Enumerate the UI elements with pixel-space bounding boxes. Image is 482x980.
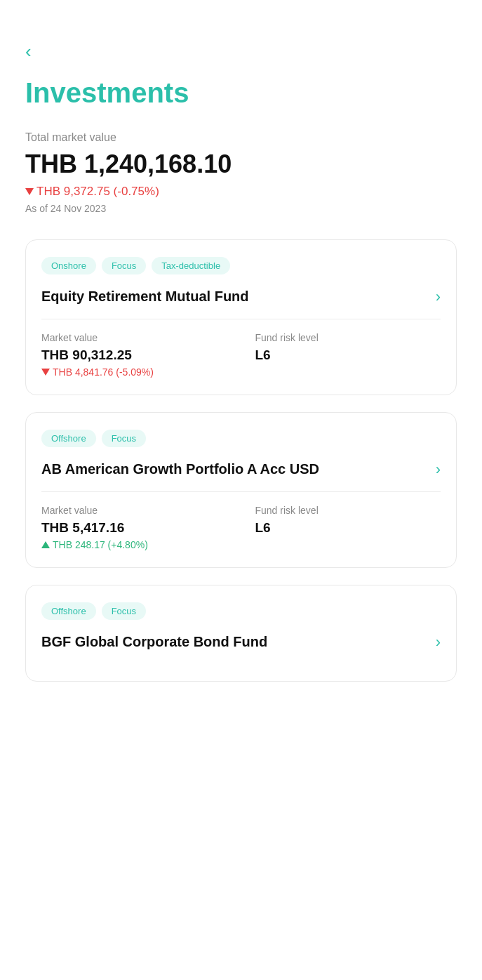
fund-name-3: BGF Global Corporate Bond Fund bbox=[41, 633, 427, 651]
fund-details-1: Market value THB 90,312.25 THB 4,841.76 … bbox=[41, 332, 441, 378]
market-value-1: THB 90,312.25 bbox=[41, 347, 227, 363]
tags-row-3: Offshore Focus bbox=[41, 602, 441, 620]
risk-col-1: Fund risk level L6 bbox=[255, 332, 441, 378]
risk-label-1: Fund risk level bbox=[255, 332, 441, 343]
market-value-label-2: Market value bbox=[41, 505, 227, 516]
fund-name-row-1: Equity Retirement Mutual Fund › bbox=[41, 287, 441, 306]
risk-col-2: Fund risk level L6 bbox=[255, 505, 441, 550]
chevron-right-icon-2: › bbox=[436, 461, 441, 479]
total-market-label: Total market value bbox=[25, 131, 457, 144]
tag-focus-2: Focus bbox=[102, 430, 146, 447]
tag-focus: Focus bbox=[102, 257, 146, 274]
back-button[interactable]: ‹ bbox=[25, 42, 32, 60]
change-1: THB 4,841.76 (-5.09%) bbox=[41, 366, 227, 378]
page-title: Investments bbox=[25, 77, 457, 109]
page-container: ‹ Investments Total market value THB 1,2… bbox=[0, 0, 482, 727]
tags-row-2: Offshore Focus bbox=[41, 430, 441, 447]
tag-offshore-2: Offshore bbox=[41, 430, 96, 447]
market-value-2: THB 5,417.16 bbox=[41, 520, 227, 536]
back-chevron-icon: ‹ bbox=[25, 42, 32, 60]
fund-details-2: Market value THB 5,417.16 THB 248.17 (+4… bbox=[41, 505, 441, 550]
fund-name-2: AB American Growth Portfolio A Acc USD bbox=[41, 460, 427, 479]
fund-card-1[interactable]: Onshore Focus Tax-deductible Equity Reti… bbox=[25, 239, 457, 395]
tag-onshore: Onshore bbox=[41, 257, 96, 274]
market-value-col-1: Market value THB 90,312.25 THB 4,841.76 … bbox=[41, 332, 227, 378]
change-text-1: THB 4,841.76 (-5.09%) bbox=[53, 366, 154, 378]
fund-card-2[interactable]: Offshore Focus AB American Growth Portfo… bbox=[25, 412, 457, 568]
fund-name-row-3: BGF Global Corporate Bond Fund › bbox=[41, 633, 441, 651]
chevron-right-icon-3: › bbox=[436, 633, 441, 651]
change-text-2: THB 248.17 (+4.80%) bbox=[53, 539, 148, 550]
risk-value-1: L6 bbox=[255, 347, 441, 363]
fund-name-1: Equity Retirement Mutual Fund bbox=[41, 287, 427, 306]
triangle-down-icon-1 bbox=[41, 369, 50, 376]
chevron-right-icon-1: › bbox=[436, 288, 441, 306]
change-2: THB 248.17 (+4.80%) bbox=[41, 539, 227, 550]
fund-name-row-2: AB American Growth Portfolio A Acc USD › bbox=[41, 460, 441, 479]
market-change: THB 9,372.75 (-0.75%) bbox=[25, 185, 457, 199]
risk-label-2: Fund risk level bbox=[255, 505, 441, 516]
tag-offshore-3: Offshore bbox=[41, 602, 96, 620]
market-value-label-1: Market value bbox=[41, 332, 227, 343]
fund-card-3[interactable]: Offshore Focus BGF Global Corporate Bond… bbox=[25, 585, 457, 682]
as-of-date: As of 24 Nov 2023 bbox=[25, 203, 457, 214]
divider-2 bbox=[41, 491, 441, 492]
tag-focus-3: Focus bbox=[102, 602, 146, 620]
market-value-col-2: Market value THB 5,417.16 THB 248.17 (+4… bbox=[41, 505, 227, 550]
tag-tax-deductible: Tax-deductible bbox=[152, 257, 230, 274]
risk-value-2: L6 bbox=[255, 520, 441, 536]
triangle-up-icon-2 bbox=[41, 541, 50, 548]
market-change-text: THB 9,372.75 (-0.75%) bbox=[36, 185, 159, 199]
triangle-down-icon bbox=[25, 188, 34, 195]
divider-1 bbox=[41, 319, 441, 319]
total-market-value: THB 1,240,168.10 bbox=[25, 150, 457, 179]
tags-row-1: Onshore Focus Tax-deductible bbox=[41, 257, 441, 274]
